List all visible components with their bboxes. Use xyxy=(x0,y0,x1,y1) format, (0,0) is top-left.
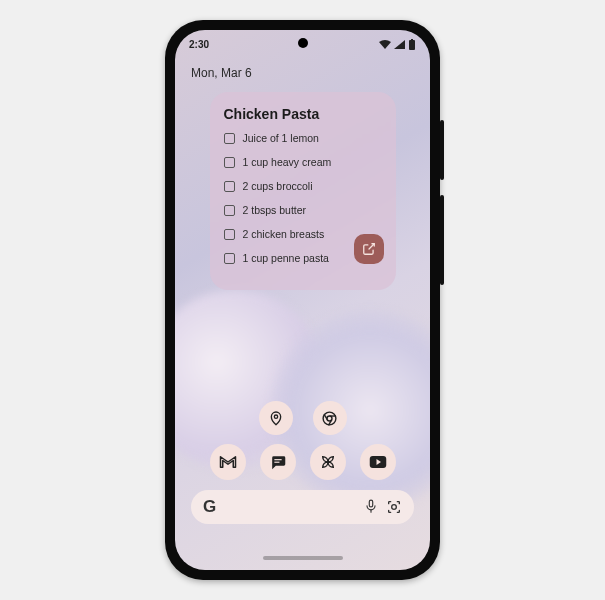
svg-rect-1 xyxy=(411,39,413,41)
volume-button[interactable] xyxy=(440,195,444,285)
checkbox-icon[interactable] xyxy=(224,157,235,168)
phone-frame: 2:30 Mon, Mar 6 Chicken Pasta Juice of 1… xyxy=(165,20,440,580)
list-item[interactable]: Juice of 1 lemon xyxy=(224,132,382,144)
chrome-icon xyxy=(321,410,338,427)
youtube-app[interactable] xyxy=(360,444,396,480)
svg-rect-8 xyxy=(369,500,372,507)
status-time: 2:30 xyxy=(189,39,209,50)
youtube-icon xyxy=(369,455,387,469)
notes-widget[interactable]: Chicken Pasta Juice of 1 lemon 1 cup hea… xyxy=(210,92,396,290)
svg-point-9 xyxy=(392,505,397,510)
checkbox-icon[interactable] xyxy=(224,133,235,144)
lens-icon[interactable] xyxy=(386,499,402,515)
list-item-label: Juice of 1 lemon xyxy=(243,132,319,144)
home-screen[interactable]: 2:30 Mon, Mar 6 Chicken Pasta Juice of 1… xyxy=(175,30,430,570)
svg-rect-5 xyxy=(274,459,281,460)
google-logo: G xyxy=(203,497,216,517)
app-row-1 xyxy=(175,401,430,435)
search-bar[interactable]: G xyxy=(191,490,414,524)
status-icons xyxy=(379,39,416,50)
power-button[interactable] xyxy=(440,120,444,180)
map-pin-icon xyxy=(268,410,284,426)
wifi-icon xyxy=(379,40,391,49)
messages-app[interactable] xyxy=(260,444,296,480)
list-item[interactable]: 1 cup heavy cream xyxy=(224,156,382,168)
maps-app[interactable] xyxy=(259,401,293,435)
pinwheel-icon xyxy=(319,453,337,471)
messages-icon xyxy=(269,454,287,470)
svg-rect-0 xyxy=(409,40,415,50)
gmail-icon xyxy=(219,455,237,469)
list-item-label: 1 cup penne pasta xyxy=(243,252,329,264)
list-item[interactable]: 2 cups broccoli xyxy=(224,180,382,192)
svg-point-2 xyxy=(274,415,277,418)
checkbox-icon[interactable] xyxy=(224,181,235,192)
checkbox-icon[interactable] xyxy=(224,205,235,216)
checkbox-icon[interactable] xyxy=(224,253,235,264)
nav-handle[interactable] xyxy=(263,556,343,560)
photos-app[interactable] xyxy=(310,444,346,480)
open-external-icon xyxy=(362,242,376,256)
checkbox-icon[interactable] xyxy=(224,229,235,240)
chrome-app[interactable] xyxy=(313,401,347,435)
battery-icon xyxy=(408,39,416,50)
list-item-label: 2 tbsps butter xyxy=(243,204,307,216)
date-label: Mon, Mar 6 xyxy=(191,66,252,80)
list-item-label: 2 chicken breasts xyxy=(243,228,325,240)
app-row-2 xyxy=(175,444,430,480)
list-item-label: 2 cups broccoli xyxy=(243,180,313,192)
svg-rect-6 xyxy=(274,462,279,463)
list-item[interactable]: 2 tbsps butter xyxy=(224,204,382,216)
list-item-label: 1 cup heavy cream xyxy=(243,156,332,168)
gmail-app[interactable] xyxy=(210,444,246,480)
signal-icon xyxy=(394,40,405,49)
widget-title: Chicken Pasta xyxy=(224,106,382,122)
camera-punchhole xyxy=(298,38,308,48)
open-note-button[interactable] xyxy=(354,234,384,264)
mic-icon[interactable] xyxy=(364,499,378,515)
